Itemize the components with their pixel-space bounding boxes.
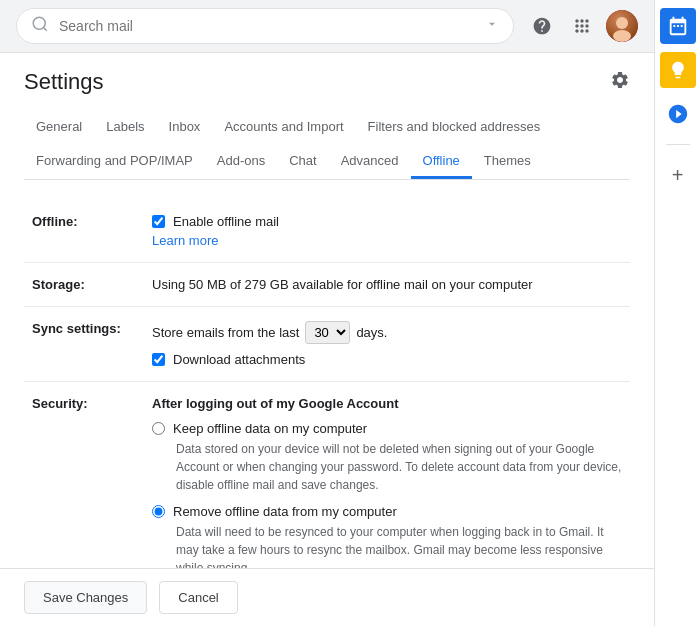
learn-more-link[interactable]: Learn more bbox=[152, 233, 622, 248]
storage-text: Using 50 MB of 279 GB available for offl… bbox=[152, 277, 533, 292]
svg-point-3 bbox=[616, 17, 628, 29]
sync-row: Sync settings: Store emails from the las… bbox=[24, 307, 630, 382]
settings-area: Settings General Labels Inbox Accounts a… bbox=[0, 53, 654, 568]
security-heading: After logging out of my Google Account bbox=[152, 396, 622, 411]
tabs-row1: General Labels Inbox Accounts and Import… bbox=[24, 111, 630, 145]
avatar-image bbox=[606, 10, 638, 42]
search-wrapper bbox=[16, 8, 514, 44]
sidebar-divider bbox=[666, 144, 690, 145]
tab-inbox[interactable]: Inbox bbox=[157, 111, 213, 145]
sidebar-icon-calendar[interactable] bbox=[660, 8, 696, 44]
enable-offline-checkbox[interactable] bbox=[152, 215, 165, 228]
help-button[interactable] bbox=[526, 10, 558, 42]
sync-label: Sync settings: bbox=[24, 307, 144, 382]
radio2-label-row: Remove offline data from my computer bbox=[152, 504, 622, 519]
tabs-container: General Labels Inbox Accounts and Import… bbox=[24, 111, 630, 180]
download-attachments-checkbox[interactable] bbox=[152, 353, 165, 366]
sync-days-select[interactable]: 30 7 14 60 90 bbox=[305, 321, 350, 344]
sync-days-row: Store emails from the last 30 7 14 60 90… bbox=[152, 321, 622, 344]
search-input[interactable] bbox=[59, 18, 475, 34]
radio-option1: Keep offline data on my computer Data st… bbox=[152, 421, 622, 494]
avatar[interactable] bbox=[606, 10, 638, 42]
tab-general[interactable]: General bbox=[24, 111, 94, 145]
download-attachments-label: Download attachments bbox=[173, 352, 305, 367]
security-section: After logging out of my Google Account K… bbox=[152, 396, 622, 568]
svg-line-1 bbox=[43, 27, 46, 30]
download-row: Download attachments bbox=[152, 352, 622, 367]
radio-option2: Remove offline data from my computer Dat… bbox=[152, 504, 622, 568]
sidebar-icon-keep[interactable] bbox=[660, 52, 696, 88]
tab-chat[interactable]: Chat bbox=[277, 145, 328, 179]
offline-content: Enable offline mail Learn more bbox=[144, 200, 630, 263]
enable-offline-row: Enable offline mail bbox=[152, 214, 622, 229]
sidebar-add-button[interactable]: + bbox=[660, 157, 696, 193]
right-sidebar: + bbox=[654, 0, 700, 626]
sync-section: Store emails from the last 30 7 14 60 90… bbox=[152, 321, 622, 367]
bottom-bar: Save Changes Cancel bbox=[0, 568, 654, 626]
tab-forwarding[interactable]: Forwarding and POP/IMAP bbox=[24, 145, 205, 179]
sync-days-suffix: days. bbox=[356, 325, 387, 340]
radio1-label: Keep offline data on my computer bbox=[173, 421, 367, 436]
settings-header: Settings bbox=[24, 69, 630, 95]
settings-table: Offline: Enable offline mail Learn more … bbox=[24, 200, 630, 568]
settings-title: Settings bbox=[24, 69, 104, 95]
radio1-label-row: Keep offline data on my computer bbox=[152, 421, 622, 436]
tab-accounts[interactable]: Accounts and Import bbox=[212, 111, 355, 145]
tab-offline[interactable]: Offline bbox=[411, 145, 472, 179]
search-bar bbox=[0, 0, 654, 53]
security-label: Security: bbox=[24, 382, 144, 569]
radio2-label: Remove offline data from my computer bbox=[173, 504, 397, 519]
offline-label: Offline: bbox=[24, 200, 144, 263]
sync-days-prefix: Store emails from the last bbox=[152, 325, 299, 340]
sidebar-icon-tasks[interactable] bbox=[660, 96, 696, 132]
radio1-desc: Data stored on your device will not be d… bbox=[176, 440, 622, 494]
radio2-desc: Data will need to be resynced to your co… bbox=[176, 523, 622, 568]
search-dropdown-icon[interactable] bbox=[485, 17, 499, 35]
offline-section: Enable offline mail Learn more bbox=[152, 214, 622, 248]
tabs-row2: Forwarding and POP/IMAP Add-ons Chat Adv… bbox=[24, 145, 630, 180]
enable-offline-label: Enable offline mail bbox=[173, 214, 279, 229]
security-content: After logging out of my Google Account K… bbox=[144, 382, 630, 569]
tab-themes[interactable]: Themes bbox=[472, 145, 543, 179]
storage-label: Storage: bbox=[24, 263, 144, 307]
gear-icon[interactable] bbox=[610, 70, 630, 95]
tab-labels[interactable]: Labels bbox=[94, 111, 156, 145]
tab-addons[interactable]: Add-ons bbox=[205, 145, 277, 179]
radio-remove[interactable] bbox=[152, 505, 165, 518]
svg-point-4 bbox=[613, 30, 631, 42]
storage-content: Using 50 MB of 279 GB available for offl… bbox=[144, 263, 630, 307]
radio-keep[interactable] bbox=[152, 422, 165, 435]
offline-row: Offline: Enable offline mail Learn more bbox=[24, 200, 630, 263]
tab-filters[interactable]: Filters and blocked addresses bbox=[356, 111, 553, 145]
svg-point-0 bbox=[33, 17, 45, 29]
search-icon bbox=[31, 15, 49, 37]
security-row: Security: After logging out of my Google… bbox=[24, 382, 630, 569]
cancel-button[interactable]: Cancel bbox=[159, 581, 237, 614]
save-changes-button[interactable]: Save Changes bbox=[24, 581, 147, 614]
tab-advanced[interactable]: Advanced bbox=[329, 145, 411, 179]
apps-button[interactable] bbox=[566, 10, 598, 42]
top-icons bbox=[526, 10, 638, 42]
sync-content: Store emails from the last 30 7 14 60 90… bbox=[144, 307, 630, 382]
storage-row: Storage: Using 50 MB of 279 GB available… bbox=[24, 263, 630, 307]
